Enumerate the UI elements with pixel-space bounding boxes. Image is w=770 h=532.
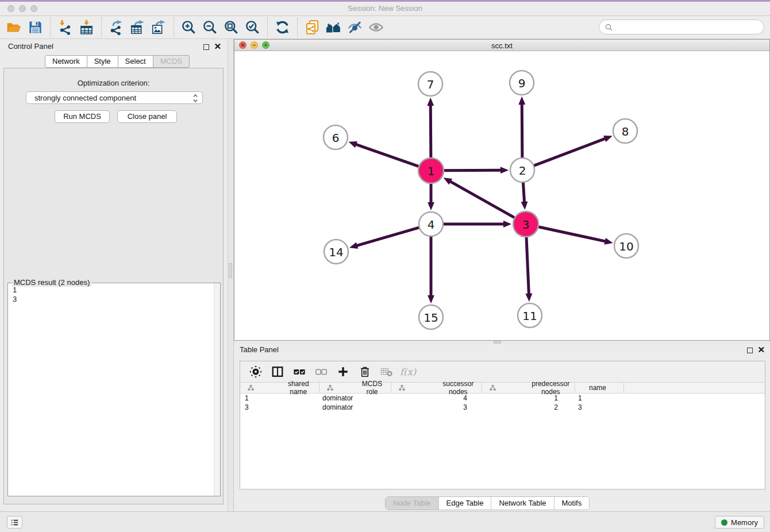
vertical-splitter-grip[interactable] [229, 263, 232, 278]
graph-node-1[interactable]: 1 [418, 158, 444, 183]
table-cell[interactable]: 1 [482, 394, 575, 403]
graph-node-6[interactable]: 6 [324, 125, 348, 149]
vertical-splitter[interactable] [228, 39, 234, 511]
search-icon [605, 23, 613, 32]
settings-gear-icon[interactable] [246, 363, 265, 380]
network-graph[interactable]: 7968124314101511 [234, 51, 769, 340]
graph-node-3[interactable]: 3 [513, 211, 538, 237]
export-table-icon[interactable] [127, 18, 148, 37]
graph-node-label: 9 [518, 76, 526, 90]
select-all-icon[interactable] [290, 363, 309, 380]
graph-edge-3-10[interactable] [538, 226, 606, 241]
show-panels-button[interactable] [7, 516, 22, 529]
graph-node-label: 4 [428, 218, 435, 232]
table-cell[interactable]: 2 [482, 403, 575, 412]
graph-node-15[interactable]: 15 [419, 305, 443, 329]
hide-glyphs-icon[interactable] [344, 18, 365, 37]
export-network-icon[interactable] [106, 18, 127, 37]
graph-edge-1-2[interactable] [443, 170, 501, 171]
control-panel: Control Panel ✕ NetworkStyleSelectMCDS O… [0, 39, 228, 511]
mcds-result-item: 1 [13, 286, 209, 295]
table-cell[interactable]: 1 [575, 394, 624, 403]
refresh-icon[interactable] [272, 18, 293, 37]
search-input[interactable] [616, 23, 759, 32]
graph-edge-1-7[interactable] [430, 105, 431, 159]
svg-text:f(x): f(x) [400, 367, 417, 377]
table-tab-edge-table[interactable]: Edge Table [438, 497, 491, 510]
home-icon[interactable] [323, 18, 344, 37]
table-cell[interactable]: dominator [319, 394, 391, 403]
graph-edge-1-6[interactable] [356, 144, 419, 167]
zoom-fit-icon[interactable] [221, 18, 242, 37]
graph-node-2[interactable]: 2 [510, 158, 534, 182]
graph-edge-4-14[interactable] [357, 228, 420, 246]
graph-node-11[interactable]: 11 [518, 303, 542, 327]
graph-node-7[interactable]: 7 [418, 72, 442, 96]
table-cell[interactable]: 3 [391, 403, 482, 412]
column-header-predecessor-nodes[interactable]: predecessor nodes [482, 383, 575, 393]
delete-icon[interactable] [355, 363, 374, 380]
table-panel-buttons: ✕ [747, 346, 765, 353]
graph-node-14[interactable]: 14 [324, 240, 348, 264]
table-tab-motifs[interactable]: Motifs [554, 497, 590, 510]
columns-icon[interactable] [268, 363, 287, 380]
graph-edge-3-1[interactable] [450, 182, 515, 218]
add-icon[interactable] [333, 363, 352, 380]
graph-node-9[interactable]: 9 [510, 71, 534, 95]
column-header-MCDS-role[interactable]: MCDS role [319, 383, 391, 393]
show-glyphs-icon[interactable] [365, 18, 387, 37]
import-network-icon[interactable] [55, 18, 76, 37]
result-scrollbar[interactable] [214, 283, 220, 496]
table-panel: Table Panel ✕ f(x) shared nameMCDS roles… [234, 344, 770, 511]
close-panel-button-2[interactable]: Close panel [117, 110, 177, 123]
deselect-all-icon[interactable] [311, 363, 330, 380]
control-tab-network[interactable]: Network [45, 55, 87, 68]
table-tab-node-table[interactable]: Node Table [386, 497, 438, 510]
graph-edge-2-8[interactable] [533, 138, 606, 166]
table-cell[interactable]: 3 [575, 403, 624, 412]
float-panel-button[interactable] [203, 44, 209, 50]
flow-icon [486, 384, 530, 392]
table-float-button[interactable] [747, 348, 753, 353]
chevron-updown-icon [192, 93, 198, 103]
graph-edge-2-3[interactable] [523, 182, 524, 202]
table-cell[interactable]: 1 [240, 394, 319, 403]
network-canvas[interactable]: 7968124314101511 [234, 51, 769, 340]
column-header-name[interactable]: name [575, 383, 624, 393]
table-cell[interactable]: 4 [391, 394, 482, 403]
control-tab-select[interactable]: Select [118, 55, 153, 68]
table-close-button[interactable]: ✕ [757, 346, 765, 353]
network-window-titlebar[interactable]: ✕ – + scc.txt [234, 40, 769, 51]
table-tab-network-table[interactable]: Network Table [491, 497, 553, 510]
table-row[interactable]: 3dominator323 [240, 403, 765, 412]
graph-node-8[interactable]: 8 [613, 119, 637, 143]
control-tab-style[interactable]: Style [87, 55, 118, 68]
table-cell[interactable]: 3 [240, 403, 319, 412]
memory-button[interactable]: Memory [715, 516, 764, 529]
column-header-successor-nodes[interactable]: successor nodes [391, 383, 482, 393]
run-mcds-button[interactable]: Run MCDS [55, 110, 110, 123]
save-session-icon[interactable] [25, 18, 46, 37]
control-tab-mcds[interactable]: MCDS [153, 55, 190, 68]
close-panel-button[interactable]: ✕ [214, 43, 221, 50]
column-header-shared-name[interactable]: shared name [240, 383, 319, 393]
zoom-out-icon[interactable] [199, 18, 221, 37]
search-box[interactable] [599, 20, 764, 34]
delete-table-icon[interactable] [377, 363, 396, 380]
mcds-result-list[interactable]: 13 [8, 283, 213, 496]
table-row[interactable]: 1dominator411 [240, 394, 765, 403]
graph-node-4[interactable]: 4 [419, 212, 443, 236]
graph-node-10[interactable]: 10 [614, 234, 638, 258]
graph-edge-3-11[interactable] [526, 236, 529, 294]
import-table-icon[interactable] [76, 18, 97, 37]
export-image-icon[interactable] [148, 18, 170, 37]
duplicate-network-icon[interactable] [302, 18, 323, 37]
zoom-in-icon[interactable] [178, 18, 199, 37]
graph-edge-2-9[interactable] [522, 104, 522, 159]
network-title: scc.txt [234, 41, 769, 50]
open-session-icon[interactable] [3, 18, 25, 37]
optimization-criterion-select[interactable]: strongly connected component [26, 91, 203, 104]
function-icon[interactable]: f(x) [399, 363, 418, 380]
table-cell[interactable]: dominator [319, 403, 391, 412]
zoom-selected-icon[interactable] [242, 18, 263, 37]
